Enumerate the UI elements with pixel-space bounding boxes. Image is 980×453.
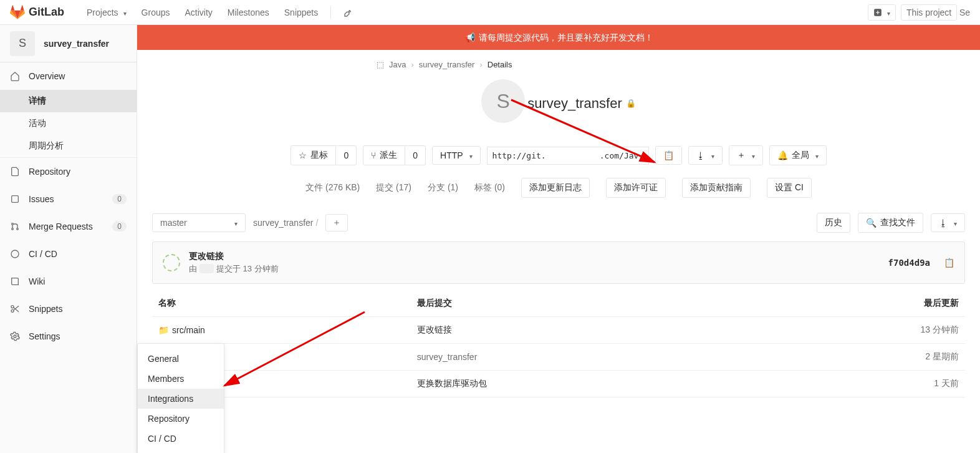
add-contributing-button[interactable]: 添加贡献指南 [682,178,751,198]
project-avatar: S [10,31,35,56]
star-button[interactable]: ☆ 星标 [291,145,336,165]
top-navbar: GitLab Projects Groups Activity Mileston… [0,0,980,25]
sidebar-sub-activity[interactable]: 活动 [0,112,137,135]
bullhorn-icon: 📢 [464,32,475,42]
flyout-members[interactable]: Members [138,369,224,389]
stat-files[interactable]: 文件 (276 KB) [305,182,360,193]
fork-icon: ⑂ [371,150,376,160]
nav-milestones[interactable]: Milestones [220,7,277,17]
svg-point-6 [11,306,14,308]
bell-icon: 🔔 [777,150,788,160]
add-changelog-button[interactable]: 添加更新日志 [521,178,590,198]
row-updated: 13 分钟前 [754,317,965,344]
table-row[interactable]: 🗎pom.xml更换数据库驱动包1 天前 [152,371,965,397]
nav-projects[interactable]: Projects [79,7,134,17]
nav-groups[interactable]: Groups [134,7,178,17]
svg-point-5 [11,250,19,258]
new-dropdown-button[interactable] [868,4,896,21]
stat-tags[interactable]: 标签 (0) [474,182,505,193]
issues-icon [10,194,20,204]
table-row[interactable]: 🗎.gitignoresurvey_transfer2 星期前 [152,344,965,371]
nav-activity[interactable]: Activity [178,7,220,17]
clone-protocol-dropdown[interactable]: HTTP [432,146,481,165]
flyout-cicd[interactable]: CI / CD [138,429,224,449]
plus-icon [873,8,882,17]
sidebar-overview[interactable]: Overview [0,62,137,90]
gitlab-logo[interactable]: GitLab [10,5,64,20]
download-source-dropdown[interactable]: ⭳ [931,213,965,232]
sidebar-sub-cycle[interactable]: 周期分析 [0,135,137,157]
sidebar-repository[interactable]: Repository [0,158,137,185]
svg-point-4 [17,228,19,230]
ci-status-icon[interactable] [163,254,180,271]
crumb-group[interactable]: Java [389,60,406,69]
nav-snippets[interactable]: Snippets [277,7,325,17]
sidebar-merge-requests[interactable]: Merge Requests 0 [0,213,137,240]
sidebar-settings[interactable]: Settings [0,323,137,350]
row-commit-msg[interactable]: survey_transfer [411,344,754,371]
flyout-integrations[interactable]: Integrations [138,389,224,409]
sidebar-snippets[interactable]: Snippets [0,295,137,323]
crumb-page: Details [488,60,512,69]
crumb-group-icon: ⬚ [377,60,384,69]
mr-count-badge: 0 [112,222,127,231]
download-icon: ⭳ [939,218,948,228]
download-dropdown[interactable]: ⭳ [688,146,723,165]
add-file-button[interactable]: ＋ [325,214,348,231]
row-updated: 1 天前 [754,371,965,397]
project-hero: S survey_transfer 🔒 [152,79,965,130]
notification-dropdown[interactable]: 🔔 全局 [769,145,827,165]
row-commit-msg[interactable]: 更换数据库驱动包 [411,371,754,397]
flyout-repository[interactable]: Repository [138,409,224,429]
scissors-icon [10,304,20,314]
commit-title[interactable]: 更改链接 [189,251,880,262]
col-commit-header: 最后提交 [411,290,754,317]
row-commit-msg[interactable]: 更改链接 [411,317,754,344]
sidebar-wiki[interactable]: Wiki [0,268,137,295]
sidebar-cicd[interactable]: CI / CD [0,240,137,268]
sidebar-project-header[interactable]: S survey_transfer [0,25,137,62]
project-stats-row: 文件 (276 KB) 提交 (17) 分支 (1) 标签 (0) 添加更新日志… [152,178,965,198]
project-search-input[interactable] [901,4,957,21]
project-title: survey_transfer 🔒 [527,95,636,112]
admin-wrench-icon[interactable] [336,7,361,17]
table-row[interactable]: 📁src/main更改链接13 分钟前 [152,317,965,344]
commit-sha[interactable]: f70d4d9a [888,258,930,268]
col-name-header: 名称 [152,290,411,317]
clone-url-input[interactable] [487,147,649,165]
stat-branches[interactable]: 分支 (1) [428,182,458,193]
repo-path: survey_transfer / [253,218,318,228]
setup-ci-button[interactable]: 设置 CI [767,178,812,198]
svg-rect-1 [12,196,19,203]
lock-icon: 🔒 [626,99,636,108]
svg-point-7 [11,309,14,312]
flyout-general[interactable]: General [138,349,224,369]
find-file-button[interactable]: 🔍 查找文件 [858,213,923,233]
settings-flyout: General Members Integrations Repository … [137,343,224,453]
issues-count-badge: 0 [112,194,127,204]
repo-toolbar: master survey_transfer / ＋ 历史 🔍 查找文件 ⭳ [152,213,965,233]
folder-icon: 📁 [158,325,167,335]
plus-dropdown[interactable]: ＋ [729,145,763,165]
fork-button[interactable]: ⑂ 派生 [363,145,405,165]
file-table: 名称 最后提交 最后更新 📁src/main更改链接13 分钟前🗎.gitign… [152,290,965,397]
add-license-button[interactable]: 添加许可证 [606,178,666,198]
breadcrumb: ⬚ Java › survey_transfer › Details [377,60,965,69]
copy-url-button[interactable]: 📋 [655,146,682,165]
branch-selector[interactable]: master [152,213,246,232]
gear-icon [10,331,20,341]
copy-sha-button[interactable]: 📋 [944,258,954,268]
svg-point-2 [12,223,14,225]
history-button[interactable]: 历史 [817,213,850,233]
home-icon [10,71,20,81]
merge-icon [10,222,20,231]
main-content: 📢请每周提交源代码，并且要补充好开发文档！ ⬚ Java › survey_tr… [137,25,980,453]
sidebar-issues[interactable]: Issues 0 [0,185,137,213]
project-action-bar: ☆ 星标 0 ⑂ 派生 0 HTTP 📋 ⭳ ＋ 🔔 全局 [152,145,965,165]
stat-commits[interactable]: 提交 (17) [376,182,411,193]
star-count: 0 [336,145,357,165]
crumb-project[interactable]: survey_transfer [419,60,475,69]
broadcast-banner: 📢请每周提交源代码，并且要补充好开发文档！ [137,25,980,50]
sidebar-sub-details[interactable]: 详情 [0,90,137,112]
left-sidebar: S survey_transfer Overview 详情 活动 周期分析 Re… [0,25,137,453]
